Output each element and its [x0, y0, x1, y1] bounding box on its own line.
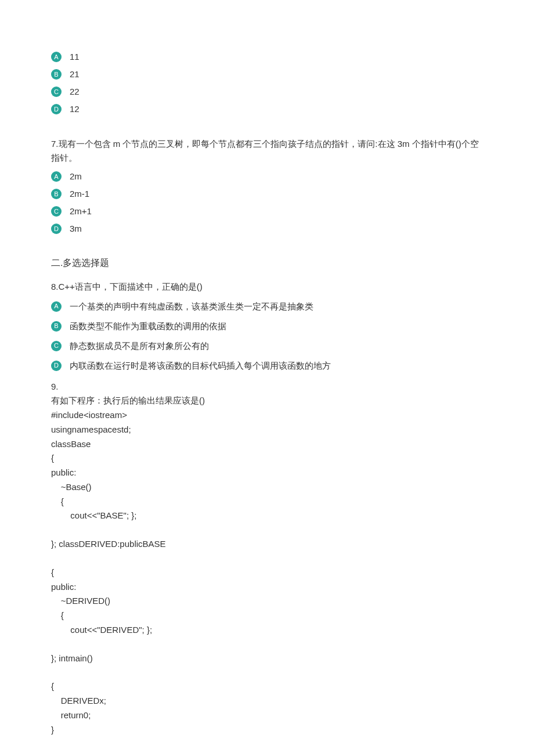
option-marker-c: C — [51, 87, 62, 97]
option-row: B 21 — [51, 67, 483, 81]
code-line: public: — [51, 580, 483, 595]
q7-prompt: 7.现有一个包含 m 个节点的三叉树，即每个节点都有三个指向孩子结点的指针，请问… — [51, 137, 483, 165]
code-line: { — [51, 609, 483, 623]
option-marker-b: B — [51, 69, 62, 80]
option-marker-c: C — [51, 341, 62, 351]
code-line: { — [51, 495, 483, 509]
q7-options: A 2m B 2m-1 C 2m+1 D 3m — [51, 170, 483, 236]
code-line: public: — [51, 466, 483, 480]
code-line: cout<<"DERIVED"; }; — [51, 623, 483, 638]
option-text: 内联函数在运行时是将该函数的目标代码插入每个调用该函数的地方 — [70, 359, 331, 373]
code-line: 9. — [51, 380, 483, 394]
code-line: { — [51, 679, 483, 694]
page-content: A 11 B 21 C 22 D 12 7.现有一个包含 m 个节点的三叉树，即… — [0, 0, 534, 756]
q8-options: A 一个基类的声明中有纯虚函数，该基类派生类一定不再是抽象类 B 函数类型不能作… — [51, 300, 483, 373]
option-row: D 12 — [51, 102, 483, 116]
code-line: }; intmain() — [51, 651, 483, 666]
code-line: { — [51, 451, 483, 466]
option-text: 12 — [70, 102, 80, 116]
code-line: 有如下程序：执行后的输出结果应该是() — [51, 394, 483, 408]
code-line: } — [51, 723, 483, 737]
option-row: A 2m — [51, 170, 483, 183]
code-line: return0; — [51, 708, 483, 723]
option-text: 2m+1 — [70, 204, 92, 218]
code-line: usingnamespacestd; — [51, 423, 483, 437]
blank-line — [51, 523, 483, 537]
option-row: A 11 — [51, 50, 483, 64]
option-marker-a: A — [51, 171, 62, 182]
option-text: 2m — [70, 170, 82, 183]
code-line: ~Base() — [51, 480, 483, 495]
option-marker-a: A — [51, 301, 62, 312]
option-text: 静态数据成员不是所有对象所公有的 — [70, 339, 209, 353]
option-row: C 2m+1 — [51, 204, 483, 218]
option-marker-d: D — [51, 361, 62, 371]
option-text: 3m — [70, 222, 82, 236]
code-line: }; classDERIVED:publicBASE — [51, 537, 483, 552]
option-text: 21 — [70, 67, 80, 81]
option-text: 一个基类的声明中有纯虚函数，该基类派生类一定不再是抽象类 — [70, 300, 313, 314]
code-line: #include<iostream> — [51, 408, 483, 423]
option-row: B 2m-1 — [51, 187, 483, 201]
option-text: 函数类型不能作为重载函数的调用的依据 — [70, 319, 226, 333]
option-row: D 3m — [51, 222, 483, 236]
blank-line — [51, 638, 483, 651]
option-row: C 静态数据成员不是所有对象所公有的 — [51, 339, 483, 353]
code-line: DERIVEDx; — [51, 694, 483, 708]
option-row: D 内联函数在运行时是将该函数的目标代码插入每个调用该函数的地方 — [51, 359, 483, 373]
option-marker-b: B — [51, 189, 62, 199]
section-header-multi: 二.多选选择题 — [51, 255, 483, 271]
option-marker-b: B — [51, 321, 62, 332]
option-row: A 一个基类的声明中有纯虚函数，该基类派生类一定不再是抽象类 — [51, 300, 483, 314]
code-line: ~DERIVED() — [51, 594, 483, 609]
code-line: cout<<"BASE"; }; — [51, 509, 483, 523]
code-line: classBase — [51, 437, 483, 452]
q8-prompt: 8.C++语言中，下面描述中，正确的是() — [51, 280, 483, 294]
option-text: 22 — [70, 85, 80, 99]
option-row: C 22 — [51, 85, 483, 99]
option-marker-c: C — [51, 206, 62, 217]
option-marker-d: D — [51, 104, 62, 114]
option-marker-d: D — [51, 224, 62, 234]
option-row: B 函数类型不能作为重载函数的调用的依据 — [51, 319, 483, 333]
q6-options: A 11 B 21 C 22 D 12 — [51, 50, 483, 116]
blank-line — [51, 665, 483, 679]
code-line: { — [51, 566, 483, 580]
blank-line — [51, 552, 483, 566]
q9-block: 9. 有如下程序：执行后的输出结果应该是() #include<iostream… — [51, 380, 483, 737]
option-text: 2m-1 — [70, 187, 89, 201]
option-marker-a: A — [51, 52, 62, 62]
option-text: 11 — [70, 50, 80, 64]
